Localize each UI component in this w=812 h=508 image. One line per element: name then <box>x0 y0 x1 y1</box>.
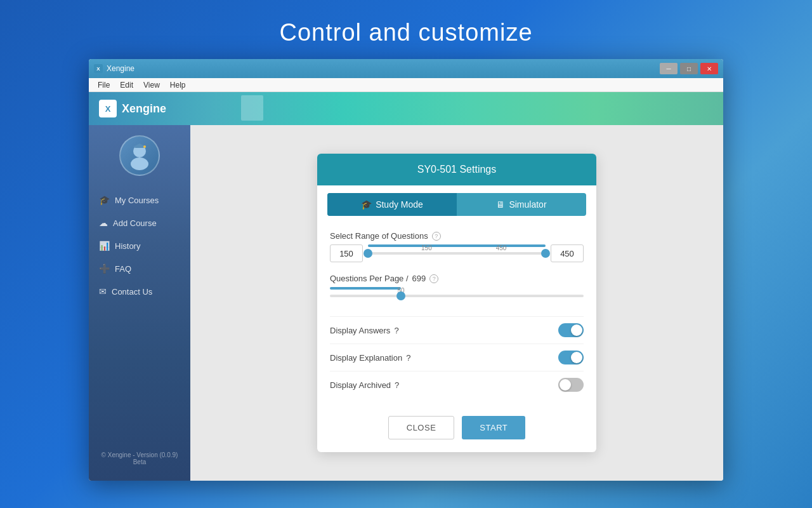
display-archived-knob <box>560 379 571 391</box>
menu-file[interactable]: File <box>93 78 115 91</box>
page-title-area: Control and customize <box>89 0 723 59</box>
svg-point-5 <box>131 157 148 170</box>
slider-track <box>368 252 546 255</box>
avatar-image <box>124 140 155 171</box>
sidebar-nav: 🎓 My Courses ☁ Add Course 📊 History ➕ FA… <box>89 189 190 303</box>
logo-icon: X <box>99 100 117 117</box>
app-body: 🎓 My Courses ☁ Add Course 📊 History ➕ FA… <box>89 125 723 481</box>
titlebar: X Xengine ─ □ ✕ <box>89 59 723 78</box>
display-explanation-toggle[interactable] <box>558 351 584 364</box>
sidebar-item-contact-us[interactable]: ✉ Contact Us <box>89 280 190 303</box>
display-archived-label: Display Archived ? <box>330 380 399 390</box>
range-label-450: 450 <box>496 244 507 251</box>
display-explanation-label: Display Explanation ? <box>330 353 410 363</box>
close-window-button[interactable]: ✕ <box>700 63 718 74</box>
range-questions-label: Select Range of Questions ? <box>330 231 584 241</box>
study-mode-icon: 🎓 <box>361 199 372 210</box>
range-max-input[interactable] <box>551 244 584 262</box>
page-background: Control and customize X Xengine ─ □ ✕ Fi… <box>89 0 723 481</box>
history-label: History <box>115 241 140 251</box>
slider-thumb-max[interactable] <box>541 249 550 258</box>
titlebar-title: Xengine <box>107 64 660 73</box>
close-button[interactable]: CLOSE <box>388 416 455 439</box>
simulator-label: Simulator <box>509 199 546 210</box>
display-answers-toggle[interactable] <box>558 323 584 337</box>
history-icon: 📊 <box>99 241 110 251</box>
faq-label: FAQ <box>115 264 131 274</box>
display-answers-knob <box>571 324 582 336</box>
modal-header: SY0-501 Settings <box>317 154 596 185</box>
modal-title: SY0-501 Settings <box>417 164 497 175</box>
sidebar-footer: © Xengine - Version (0.0.9) Beta <box>89 446 190 471</box>
range-questions-control: 150 450 <box>330 244 584 262</box>
menu-view[interactable]: View <box>138 78 165 91</box>
questions-per-page-info-icon[interactable]: ? <box>429 274 438 283</box>
settings-body: Select Range of Questions ? 150 450 <box>317 224 596 408</box>
faq-icon: ➕ <box>99 264 110 274</box>
contact-label: Contact Us <box>112 287 152 297</box>
simulator-icon: 🖥 <box>496 199 505 210</box>
sidebar-item-history[interactable]: 📊 History <box>89 234 190 257</box>
avatar <box>119 135 160 176</box>
sidebar-item-add-course[interactable]: ☁ Add Course <box>89 211 190 234</box>
display-explanation-knob <box>571 352 582 363</box>
single-slider-wrapper: 50 <box>330 287 584 305</box>
display-answers-info-icon[interactable]: ? <box>394 326 398 335</box>
titlebar-app-icon: X <box>94 64 103 73</box>
questions-total: 699 <box>412 274 426 283</box>
logo-text: Xengine <box>122 102 166 116</box>
start-button[interactable]: START <box>462 416 525 439</box>
maximize-button[interactable]: □ <box>680 63 698 74</box>
single-slider-thumb[interactable] <box>396 291 405 300</box>
svg-point-8 <box>143 145 146 148</box>
my-courses-label: My Courses <box>115 196 159 205</box>
range-label-150: 150 <box>421 244 432 251</box>
mode-tabs: 🎓 Study Mode 🖥 Simulator <box>327 193 586 216</box>
my-courses-icon: 🎓 <box>99 195 110 205</box>
page-title: Control and customize <box>89 19 723 46</box>
range-questions-row: Select Range of Questions ? 150 450 <box>330 231 584 262</box>
questions-per-page-label: Questions Per Page / 699 ? <box>330 274 584 283</box>
modal-footer: CLOSE START <box>317 408 596 452</box>
tab-study-mode[interactable]: 🎓 Study Mode <box>327 193 457 216</box>
display-archived-info-icon[interactable]: ? <box>395 380 399 390</box>
single-slider-fill <box>330 287 401 290</box>
add-course-icon: ☁ <box>99 218 108 228</box>
slider-fill <box>368 244 546 247</box>
range-min-input[interactable] <box>330 244 363 262</box>
sidebar: 🎓 My Courses ☁ Add Course 📊 History ➕ FA… <box>89 125 190 481</box>
display-archived-row: Display Archived ? <box>330 371 584 398</box>
sidebar-item-my-courses[interactable]: 🎓 My Courses <box>89 189 190 211</box>
dual-slider-wrapper: 150 450 <box>368 244 546 262</box>
svg-rect-0 <box>241 95 263 121</box>
header-logo: X Xengine <box>99 100 166 117</box>
display-answers-row: Display Answers ? <box>330 316 584 344</box>
display-answers-label: Display Answers ? <box>330 326 399 335</box>
app-header: X Xengine <box>89 92 723 125</box>
titlebar-controls: ─ □ ✕ <box>660 63 718 74</box>
logo-letter: X <box>105 104 111 114</box>
questions-per-page-row: Questions Per Page / 699 ? 50 <box>330 274 584 305</box>
contact-icon: ✉ <box>99 286 107 297</box>
settings-modal: SY0-501 Settings 🎓 Study Mode 🖥 Simulato… <box>317 154 596 452</box>
sidebar-item-faq[interactable]: ➕ FAQ <box>89 257 190 280</box>
display-explanation-info-icon[interactable]: ? <box>406 353 410 363</box>
range-questions-info-icon[interactable]: ? <box>432 232 441 241</box>
tab-simulator[interactable]: 🖥 Simulator <box>457 193 586 216</box>
minimize-button[interactable]: ─ <box>660 63 678 74</box>
add-course-label: Add Course <box>113 218 157 228</box>
display-explanation-row: Display Explanation ? <box>330 344 584 371</box>
menubar: File Edit View Help <box>89 78 723 92</box>
single-slider-track <box>330 295 584 297</box>
menu-edit[interactable]: Edit <box>115 78 138 91</box>
main-content: SY0-501 Settings 🎓 Study Mode 🖥 Simulato… <box>190 125 723 481</box>
window: X Xengine ─ □ ✕ File Edit View Help <box>89 59 723 481</box>
study-mode-label: Study Mode <box>376 199 423 210</box>
slider-thumb-min[interactable] <box>363 249 372 258</box>
display-archived-toggle[interactable] <box>558 378 584 392</box>
menu-help[interactable]: Help <box>165 78 191 91</box>
